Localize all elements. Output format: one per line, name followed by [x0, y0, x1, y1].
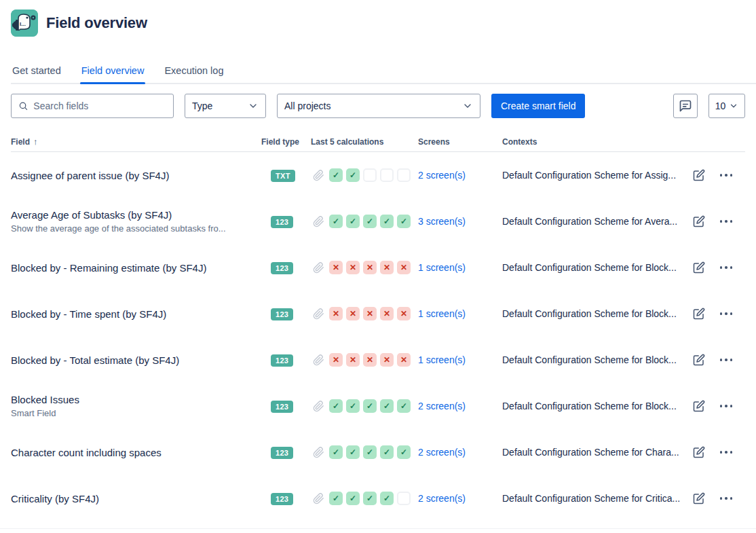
- edit-icon: [693, 169, 705, 181]
- type-filter-value: Type: [192, 100, 212, 111]
- search-input[interactable]: [33, 100, 166, 111]
- calculation-success-icon: ✓: [363, 492, 377, 505]
- feedback-button[interactable]: [673, 94, 698, 118]
- more-actions-button[interactable]: [715, 441, 737, 463]
- field-cell: Blocked by - Time spent (by SF4J): [11, 308, 261, 320]
- fields-table: Field↑ Field type Last 5 calculations Sc…: [11, 132, 745, 521]
- field-type-badge: 123: [271, 401, 293, 413]
- chevron-down-icon: [248, 100, 259, 111]
- field-description: Smart Field: [11, 408, 261, 418]
- field-name: Blocked by - Remaining estimate (by SF4J…: [11, 262, 261, 274]
- screens-link[interactable]: 2 screen(s): [418, 447, 466, 458]
- more-options-icon: [720, 266, 733, 269]
- more-actions-button[interactable]: [715, 210, 737, 232]
- more-options-icon: [720, 174, 733, 177]
- column-header-field[interactable]: Field↑: [11, 136, 261, 147]
- table-row: Character count including spaces 123 ✓✓✓…: [11, 429, 745, 475]
- page-title: Field overview: [46, 14, 147, 32]
- column-header-field-type: Field type: [261, 137, 311, 147]
- edit-context-button[interactable]: [688, 441, 710, 463]
- table-row: Assignee of parent issue (by SF4J) TXT ✓…: [11, 152, 745, 198]
- calculation-success-icon: ✓: [380, 445, 394, 459]
- comment-icon: [679, 99, 692, 113]
- field-type-badge: TXT: [271, 170, 295, 182]
- screens-cell: 2 screen(s): [418, 400, 502, 412]
- calculations: ✓✓✓✓: [311, 492, 418, 505]
- more-actions-button[interactable]: [715, 164, 737, 186]
- paperclip-icon: [313, 447, 324, 458]
- create-smart-field-button[interactable]: Create smart field: [491, 94, 585, 118]
- bottom-divider: [0, 528, 756, 529]
- calculation-error-icon: ✕: [397, 307, 411, 320]
- table-header-row: Field↑ Field type Last 5 calculations Sc…: [11, 132, 745, 152]
- more-options-icon: [720, 220, 733, 223]
- paperclip-icon: [313, 401, 324, 412]
- calculations: ✓✓✓✓✓: [311, 399, 418, 413]
- column-header-last-5-calculations: Last 5 calculations: [311, 137, 418, 147]
- screens-link[interactable]: 2 screen(s): [418, 170, 466, 181]
- calculation-error-icon: ✕: [363, 353, 377, 367]
- edit-context-button[interactable]: [688, 210, 710, 232]
- screens-cell: 3 screen(s): [418, 215, 502, 227]
- screens-cell: 1 screen(s): [418, 261, 502, 274]
- app-logo-icon: I...: [11, 10, 38, 37]
- screens-cell: 2 screen(s): [418, 492, 502, 504]
- paperclip-icon: [313, 308, 324, 320]
- screens-link[interactable]: 3 screen(s): [418, 216, 466, 227]
- page-size-dropdown[interactable]: 10: [708, 94, 745, 118]
- project-filter-dropdown[interactable]: All projects: [277, 94, 480, 118]
- field-name: Criticality (by SF4J): [11, 493, 261, 504]
- calculation-error-icon: ✕: [363, 307, 377, 320]
- calculations: ✓✓✓✓✓: [311, 215, 418, 228]
- edit-context-button[interactable]: [688, 257, 710, 278]
- calculation-success-icon: ✓: [329, 445, 343, 459]
- edit-context-button[interactable]: [688, 303, 710, 325]
- more-actions-button[interactable]: [715, 395, 737, 417]
- edit-context-button[interactable]: [688, 488, 710, 509]
- calculation-empty-icon: [380, 168, 394, 182]
- context-text: Default Configuration Scheme for Block..…: [502, 308, 688, 319]
- edit-context-button[interactable]: [688, 349, 710, 371]
- more-actions-button[interactable]: [715, 488, 737, 509]
- calculation-error-icon: ✕: [329, 307, 343, 320]
- table-row: Criticality (by SF4J) 123 ✓✓✓✓ 2 screen(…: [11, 475, 745, 521]
- edit-context-button[interactable]: [688, 164, 710, 186]
- field-cell: Average Age of Subtasks (by SF4J) Show t…: [11, 209, 261, 234]
- app-header: I... Field overview: [0, 0, 756, 37]
- more-actions-button[interactable]: [715, 349, 737, 371]
- field-name: Character count including spaces: [11, 447, 261, 458]
- screens-cell: 1 screen(s): [418, 308, 502, 320]
- calculation-success-icon: ✓: [397, 215, 411, 228]
- toolbar-right: 10: [673, 94, 745, 118]
- context-text: Default Configuration Scheme for Avera..…: [502, 216, 688, 227]
- more-actions-button[interactable]: [715, 257, 737, 278]
- context-text: Default Configuration Scheme for Block..…: [502, 354, 688, 365]
- table-row: Blocked by - Remaining estimate (by SF4J…: [11, 244, 745, 291]
- edit-icon: [693, 400, 705, 412]
- paperclip-icon: [313, 170, 324, 181]
- tab-execution-log[interactable]: Execution log: [163, 61, 225, 83]
- calculation-success-icon: ✓: [329, 168, 343, 182]
- screens-link[interactable]: 1 screen(s): [418, 354, 466, 365]
- calculation-error-icon: ✕: [363, 261, 377, 274]
- tab-get-started[interactable]: Get started: [11, 61, 62, 83]
- field-type-badge: 123: [271, 308, 293, 320]
- more-actions-button[interactable]: [715, 303, 737, 325]
- tab-field-overview[interactable]: Field overview: [80, 61, 146, 83]
- field-type-cell: 123: [261, 354, 311, 367]
- field-cell: Criticality (by SF4J): [11, 493, 261, 504]
- more-options-icon: [720, 405, 733, 407]
- type-filter-dropdown[interactable]: Type: [185, 94, 266, 118]
- edit-context-button[interactable]: [688, 395, 710, 417]
- search-field-container[interactable]: [11, 94, 174, 118]
- field-cell: Blocked by - Remaining estimate (by SF4J…: [11, 262, 261, 274]
- screens-link[interactable]: 2 screen(s): [418, 493, 466, 504]
- calculation-success-icon: ✓: [397, 445, 411, 459]
- field-type-badge: 123: [271, 447, 293, 459]
- screens-link[interactable]: 1 screen(s): [418, 308, 466, 319]
- screens-link[interactable]: 2 screen(s): [418, 401, 466, 411]
- sort-ascending-icon: ↑: [33, 136, 38, 147]
- column-header-screens: Screens: [418, 137, 502, 147]
- more-options-icon: [720, 451, 733, 454]
- screens-link[interactable]: 1 screen(s): [418, 262, 466, 273]
